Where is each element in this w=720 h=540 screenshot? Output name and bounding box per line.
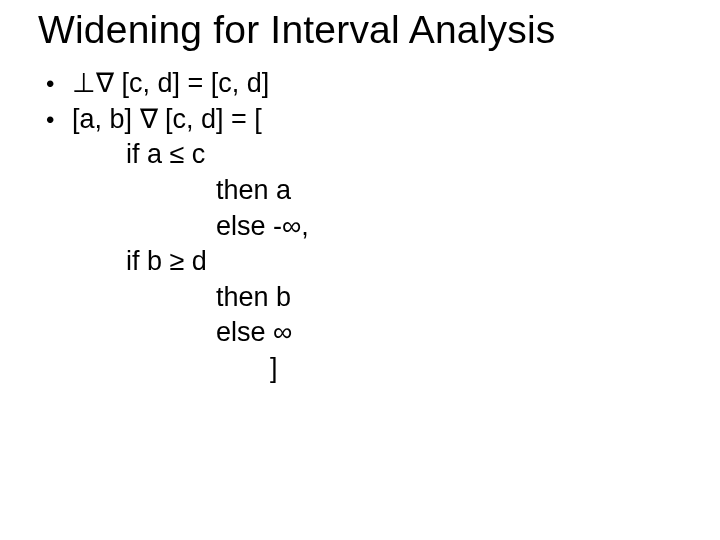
then-b: then b [46,280,692,316]
leq-symbol: ≤ [170,139,185,169]
bullet-2-left: [a, b] [72,104,140,134]
infinity-symbol: ∞ [273,317,292,347]
else-pos-inf: else ∞ [46,315,692,351]
slide-body: • ⊥∇ [c, d] = [c, d] • [a, b] ∇ [c, d] =… [28,66,692,387]
bullet-row-2: • [a, b] ∇ [c, d] = [ [46,102,692,138]
bottom-widen-symbol: ⊥∇ [72,68,114,98]
bullet-2-right: [c, d] = [ [158,104,262,134]
close-bracket: ] [46,351,692,387]
else-neg-inf: else -∞, [46,209,692,245]
bullet-icon: • [46,68,72,100]
bullet-row-1: • ⊥∇ [c, d] = [c, d] [46,66,692,102]
then-a: then a [46,173,692,209]
bullet-1-text: [c, d] = [c, d] [114,68,269,98]
bullet-icon: • [46,104,72,136]
if2-label: if b [126,246,170,276]
page-title: Widening for Interval Analysis [38,8,692,52]
if1-label: if a [126,139,170,169]
widen-symbol: ∇ [140,104,158,134]
geq-symbol: ≥ [170,246,185,276]
if-clause-1: if a ≤ c [46,137,692,173]
slide: Widening for Interval Analysis • ⊥∇ [c, … [0,0,720,540]
if-clause-2: if b ≥ d [46,244,692,280]
bullet-1-content: ⊥∇ [c, d] = [c, d] [72,66,692,102]
if2-rhs: d [184,246,207,276]
else-pre-1: else - [216,211,282,241]
if1-rhs: c [184,139,205,169]
else-pre-2: else [216,317,273,347]
else-post-1: , [301,211,309,241]
infinity-symbol: ∞ [282,211,301,241]
bullet-2-content: [a, b] ∇ [c, d] = [ [72,102,692,138]
